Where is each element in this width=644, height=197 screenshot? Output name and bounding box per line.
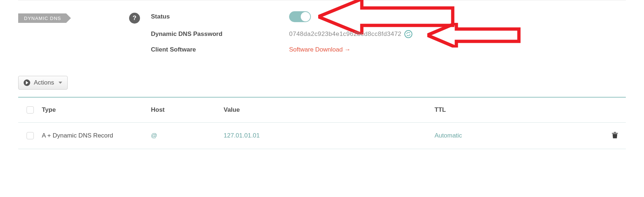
actions-button[interactable]: Actions [18,76,68,90]
actions-bar: Actions [18,76,626,90]
delete-row-button[interactable] [604,131,626,141]
settings-rows: Status Dynamic DNS Password 0748da2c923b… [151,11,626,61]
header-type: Type [42,106,151,114]
page-container: DYNAMIC DNS ? Status Dynamic DNS Passwor… [0,0,644,149]
row-checkbox-col [18,132,42,139]
header-ttl: TTL [435,106,604,114]
password-label: Dynamic DNS Password [151,30,289,38]
client-software-row: Client Software Software Download → [151,46,626,53]
help-icon[interactable]: ? [129,13,140,24]
actions-button-label: Actions [34,79,54,86]
table-row: A + Dynamic DNS Record @ 127.01.01.01 Au… [18,122,626,149]
password-value-col: 0748da2c923b4e1c962bcd8cc8fd3472 [289,30,626,38]
password-value: 0748da2c923b4e1c962bcd8cc8fd3472 [289,30,401,38]
header-checkbox-col [18,106,42,114]
dynamic-dns-section: DYNAMIC DNS ? Status Dynamic DNS Passwor… [18,11,626,61]
play-icon [24,79,30,86]
tag-column: DYNAMIC DNS [18,11,129,23]
header-value: Value [224,106,435,114]
status-value-col [289,11,626,22]
table-header: Type Host Value TTL [18,97,626,122]
client-software-label: Client Software [151,46,289,53]
records-table: Type Host Value TTL A + Dynamic DNS Reco… [18,97,626,149]
client-software-value-col: Software Download → [289,46,626,53]
password-row: Dynamic DNS Password 0748da2c923b4e1c962… [151,30,626,38]
annotation-arrow-1 [318,0,456,34]
row-value[interactable]: 127.01.01.01 [224,132,435,139]
row-type: A + Dynamic DNS Record [42,132,151,139]
annotation-arrow-2 [427,23,522,48]
software-download-link[interactable]: Software Download → [289,46,351,53]
section-tag: DYNAMIC DNS [18,13,66,23]
trash-icon [611,131,619,141]
row-ttl[interactable]: Automatic [435,132,604,139]
status-row: Status [151,11,626,22]
row-host[interactable]: @ [151,132,224,139]
status-toggle[interactable] [289,11,311,22]
chevron-down-icon [59,82,62,84]
refresh-icon[interactable] [404,30,412,38]
select-all-checkbox[interactable] [27,106,34,114]
row-checkbox[interactable] [27,132,34,139]
top-divider [18,0,626,0]
help-column: ? [129,11,151,24]
status-label: Status [151,13,289,20]
header-host: Host [151,106,224,114]
